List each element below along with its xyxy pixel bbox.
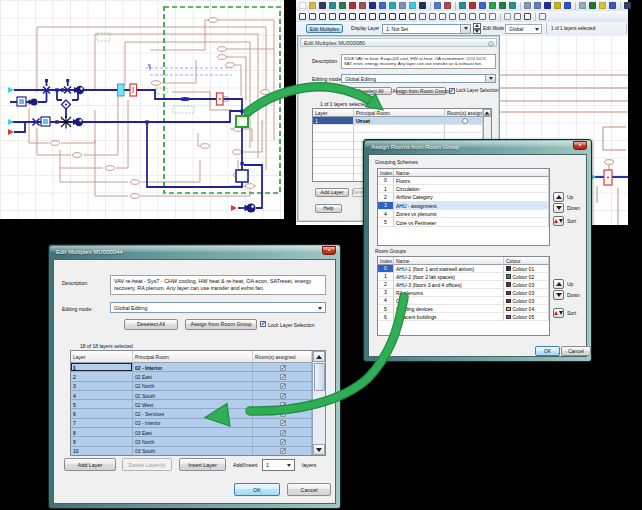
vline-icon[interactable]	[349, 13, 356, 20]
spinner-down-button[interactable]	[473, 29, 481, 35]
scroll-down-button[interactable]	[313, 444, 325, 455]
room-icon[interactable]	[489, 2, 496, 9]
table-row[interactable]: 5Core vs Perimeter	[378, 218, 549, 226]
help-button[interactable]: Help	[315, 204, 342, 213]
curve-se-icon[interactable]	[379, 13, 386, 20]
curve-nw-icon[interactable]	[369, 13, 376, 20]
curve-ne-icon[interactable]	[359, 13, 366, 20]
scroll-thumb[interactable]	[314, 363, 325, 391]
deselect-all-button[interactable]: Deselect All	[349, 87, 392, 96]
description-field[interactable]: IDDE VAV re-heat: Evap+DX cool, HW re-he…	[341, 54, 496, 69]
open-file-icon[interactable]	[309, 2, 316, 9]
lock-layer-selection-checkbox[interactable]	[260, 321, 266, 327]
dialog-titlebar[interactable]: Assign Rooms from Room Group	[364, 140, 591, 154]
chevron-down-icon[interactable]	[287, 464, 291, 467]
zone-box[interactable]	[236, 170, 248, 182]
paste-icon[interactable]	[349, 2, 356, 9]
selected-vav-box[interactable]	[236, 116, 248, 127]
select-icon[interactable]	[524, 2, 531, 9]
add-layer-button[interactable]: Add Layer	[64, 458, 116, 471]
layer-spinner[interactable]	[473, 23, 481, 34]
table-row[interactable]: 6Adjacent buildingsColour 05	[378, 313, 549, 321]
branch-up-icon[interactable]	[319, 13, 326, 20]
table-row[interactable]: 703 - Interior	[71, 419, 325, 428]
close-icon[interactable]: ×	[488, 41, 494, 47]
arc2-icon[interactable]	[429, 13, 436, 20]
sensor-icon[interactable]	[554, 2, 561, 9]
undo-icon[interactable]	[359, 2, 366, 9]
groups-sort-button[interactable]	[553, 308, 564, 318]
zoom-icon[interactable]	[379, 2, 386, 9]
pan-icon[interactable]	[389, 2, 396, 9]
arc3-icon[interactable]	[439, 13, 446, 20]
room-assigned-checkbox[interactable]	[280, 374, 285, 379]
deselect-all-button[interactable]: Deselect All	[124, 319, 178, 330]
scroll-up-icon[interactable]	[483, 109, 491, 116]
dialog-titlebar[interactable]: Edit Multiplex MU000080 ×	[300, 38, 497, 47]
grouping-schemes-table[interactable]: IndexName0Floors1Circulation2Airflow Cat…	[377, 168, 550, 246]
spinner-down-icon[interactable]	[475, 30, 479, 33]
forward-icon[interactable]	[444, 2, 451, 9]
scroll-up-button[interactable]	[313, 351, 325, 362]
line-icon[interactable]	[339, 13, 346, 20]
table-row[interactable]: 502 West	[71, 400, 325, 409]
table-row[interactable]: 3AHU - assignment	[378, 202, 549, 210]
assign-from-room-group-button[interactable]: Assign from Room Group	[396, 87, 446, 96]
lock-layer-selection-checkbox[interactable]	[449, 88, 455, 94]
cross-icon[interactable]	[409, 13, 416, 20]
room-assigned-checkbox[interactable]	[280, 411, 285, 416]
branch-down-icon[interactable]	[329, 13, 336, 20]
print-icon[interactable]	[329, 2, 336, 9]
back-icon[interactable]	[434, 2, 441, 9]
table-row[interactable]: 1Unset	[313, 117, 491, 125]
chevron-down-icon[interactable]	[460, 25, 470, 33]
fan-icon[interactable]	[479, 2, 486, 9]
table-row[interactable]: 4Zones vs plenums	[378, 210, 549, 218]
coil-icon[interactable]	[469, 2, 476, 9]
fit-icon[interactable]	[399, 2, 406, 9]
loop1-icon[interactable]	[459, 13, 466, 20]
ok-button[interactable]: OK	[535, 346, 560, 356]
node-icon[interactable]	[489, 13, 496, 20]
table-row[interactable]: 3RA plenumsColour 03	[378, 289, 549, 297]
edit-mode-combobox[interactable]: Global	[505, 24, 542, 34]
room-assigned-checkbox[interactable]	[280, 384, 285, 389]
table-row[interactable]: 302 North	[71, 382, 325, 391]
editing-mode-combobox[interactable]: Global Editing	[341, 74, 496, 83]
save-icon[interactable]	[319, 2, 326, 9]
flag-icon[interactable]	[539, 13, 546, 20]
display-layer-combobox[interactable]: 1. Not Set	[382, 24, 471, 34]
table-row[interactable]	[313, 125, 491, 133]
elbow-icon[interactable]	[399, 13, 406, 20]
hvac-schematic-canvas[interactable]	[0, 0, 284, 219]
room-assigned-checkbox[interactable]	[280, 449, 285, 454]
sim-icon[interactable]	[609, 2, 616, 9]
cap-icon[interactable]	[479, 13, 486, 20]
loop2-icon[interactable]	[469, 13, 476, 20]
add-layer-button[interactable]: Add Layer	[315, 188, 349, 197]
table-row[interactable]: 0AHU-1 (floor 1 and stairwell atrium)Col…	[378, 265, 549, 273]
table-row[interactable]: 4OtherColour 03	[378, 297, 549, 305]
chevron-down-icon[interactable]	[318, 307, 322, 310]
close-icon[interactable]: ×	[573, 141, 587, 150]
duct-icon[interactable]	[509, 2, 516, 9]
results-icon[interactable]	[624, 2, 631, 9]
table-row[interactable]: 202 East	[71, 372, 325, 381]
table-row[interactable]: 803 East	[71, 428, 325, 437]
room-assigned-checkbox[interactable]	[280, 402, 285, 407]
arc1-icon[interactable]	[419, 13, 426, 20]
delete-layers-button[interactable]: Delete Layer(s)	[122, 458, 172, 471]
close-icon[interactable]: ×	[322, 246, 336, 255]
redo-icon[interactable]	[369, 2, 376, 9]
text-icon[interactable]	[419, 2, 426, 9]
junction-down-icon[interactable]	[309, 13, 316, 20]
table-row[interactable]: 5Shading devicesColour 04	[378, 305, 549, 313]
grid-icon[interactable]	[579, 2, 586, 9]
editing-mode-combobox[interactable]: Global Editing	[110, 302, 326, 313]
room-assigned-checkbox[interactable]	[280, 439, 285, 444]
table-row[interactable]: 402 South	[71, 391, 325, 400]
vertical-scrollbar[interactable]	[312, 351, 325, 455]
table-row[interactable]: 903 North	[71, 437, 325, 446]
description-field[interactable]: VAV re-heat - Sys7 - CHW cooling, HW hea…	[110, 275, 326, 295]
component-icon[interactable]	[459, 2, 466, 9]
